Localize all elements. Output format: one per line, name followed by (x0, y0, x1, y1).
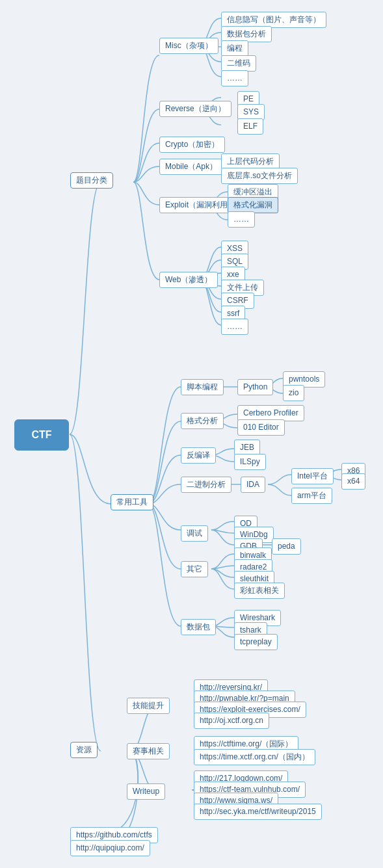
tool-debug: 调试 (181, 525, 208, 542)
misc-child-4: 二维码 (221, 55, 256, 72)
rev-child-3: ELF (237, 118, 263, 135)
python-zio: zio (283, 385, 304, 401)
branch-tools: 常用工具 (111, 494, 153, 510)
tool-decompile: 反编译 (181, 447, 216, 464)
ida-arm: arm平台 (291, 488, 332, 504)
format-010: 010 Editor (237, 419, 285, 436)
other-rainbow: 彩虹表相关 (234, 583, 285, 599)
writeup-3: http://sec.yka.me/ctf/writeup/2015 (194, 804, 322, 820)
root-node: CTF (14, 419, 69, 451)
exploit-child-3: …… (228, 211, 255, 228)
tool-data: 数据包 (181, 619, 216, 635)
misc-child-3: 编程 (221, 40, 248, 57)
gdb-peda: peda (272, 538, 301, 555)
tool-other: 其它 (181, 561, 208, 577)
decompile-ilspy: ILSpy (234, 454, 266, 470)
cat-mobile: Mobile（Apk） (159, 159, 223, 175)
intel-x64: x64 (341, 473, 365, 490)
mobile-child-2: 底层库.so文件分析 (221, 168, 298, 184)
mind-map: CTF 题目分类 Misc（杂项） 信息隐写（图片、声音等） 数据包分析 编程 … (0, 0, 383, 868)
cat-reverse: Reverse（逆向） (159, 101, 231, 117)
res-skills: 技能提升 (127, 698, 170, 714)
cat-misc: Misc（杂项） (159, 38, 218, 54)
branch-resources: 资源 (70, 742, 98, 758)
tool-script: 脚本编程 (181, 379, 224, 395)
res-writeup: Writeup (127, 783, 165, 800)
res-contest: 赛事相关 (127, 743, 170, 759)
data-tcpreplay: tcpreplay (234, 634, 278, 650)
tool-format: 格式分析 (181, 413, 224, 429)
misc-child-5: …… (221, 70, 248, 86)
branch-topics: 题目分类 (70, 172, 113, 189)
res-quip: http://quipqiup.com/ (70, 840, 150, 856)
ida-intel: Intel平台 (291, 468, 334, 484)
cat-web: Web（渗透） (159, 272, 218, 288)
cat-crypto: Crypto（加密） (159, 137, 225, 153)
tool-binary: 二进制分析 (181, 477, 231, 493)
contest-2: https://time.xctf.org.cn/（国内） (194, 749, 315, 765)
web-child-7: …… (221, 319, 248, 335)
binary-ida: IDA (241, 477, 265, 493)
skills-4: http://oj.xctf.org.cn (194, 713, 269, 729)
tool-python: Python (237, 379, 273, 395)
